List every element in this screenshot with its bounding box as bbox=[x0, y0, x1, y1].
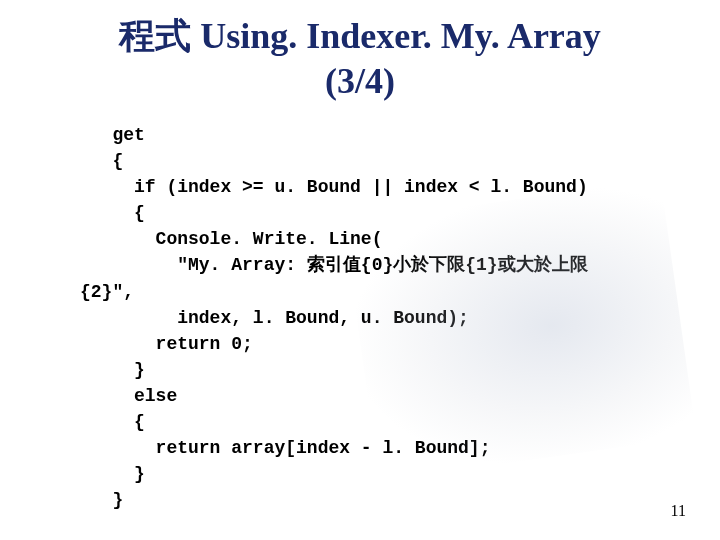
page-number: 11 bbox=[671, 502, 686, 520]
slide-title: 程式 Using. Indexer. My. Array (3/4) bbox=[0, 14, 720, 104]
title-line-2: (3/4) bbox=[325, 61, 395, 101]
code-block: get { if (index >= u. Bound || index < l… bbox=[80, 122, 720, 513]
title-line-1: 程式 Using. Indexer. My. Array bbox=[119, 16, 601, 56]
